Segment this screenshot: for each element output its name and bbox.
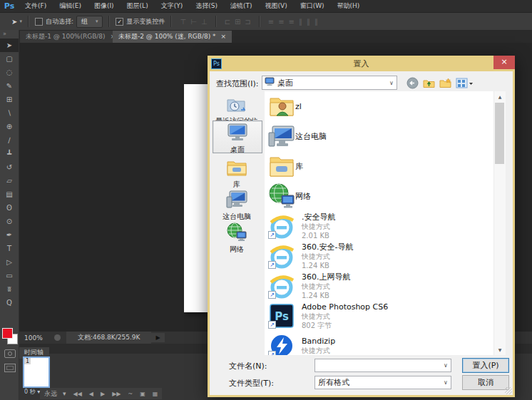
file-item-safe-nav[interactable]: ↗ .安全导航 快捷方式 2.01 KB	[265, 211, 493, 241]
options-bar: ➤ ▾ 自动选择: 组 ▾ ✓ 显示变换控件 ⊤ ⊢ ⊥ ⊏ ⊞ ⊐ ≡ ≡ ≡…	[0, 12, 532, 31]
menu-select[interactable]: 选择(S)	[189, 0, 224, 12]
path-selection-tool[interactable]: ▷	[0, 255, 19, 269]
play-icon[interactable]: ▶	[101, 391, 105, 397]
file-item-360-web-nav[interactable]: ↗ 360.上网导航 快捷方式 1.24 KB	[265, 271, 493, 301]
scrollbar-thumb[interactable]	[495, 103, 504, 164]
close-icon[interactable]: ×	[221, 33, 227, 40]
resize-grip[interactable]	[505, 387, 512, 394]
file-item-photoshop[interactable]: Ps ↗ Adobe Photoshop CS6 快捷方式 802 字节	[265, 301, 493, 331]
sidebar-item-libraries[interactable]: 库	[213, 158, 261, 190]
rectangle-tool[interactable]: ▭	[0, 269, 19, 282]
scroll-down-icon[interactable]: ▼	[494, 344, 506, 355]
menu-edit[interactable]: 编辑(E)	[53, 0, 88, 12]
first-frame-icon[interactable]: ◀◀	[73, 391, 82, 397]
align-horizontal-centers-icon[interactable]: ⊞	[235, 18, 240, 26]
show-transform-checkbox[interactable]: ✓	[116, 18, 123, 26]
cancel-button[interactable]: 取消	[462, 375, 509, 390]
gradient-tool[interactable]: ▤	[0, 188, 19, 201]
file-item-network[interactable]: 网络	[265, 181, 493, 211]
menu-file[interactable]: 文件(F)	[19, 0, 53, 12]
distribute-right-edges-icon[interactable]: ∥	[314, 18, 318, 26]
type-tool[interactable]: T	[0, 242, 19, 255]
brush-tool[interactable]: ∕	[0, 133, 19, 147]
file-name-combobox[interactable]: ∨	[314, 359, 451, 372]
quick-selection-tool[interactable]: ✎	[0, 79, 19, 93]
frame-delay-dropdown[interactable]: 0 秒 ▾	[24, 388, 40, 396]
file-item-bandizip[interactable]: ↗ Bandizip 快捷方式	[265, 331, 493, 355]
up-one-level-icon[interactable]	[423, 77, 435, 89]
next-frame-icon[interactable]: ▶▶	[112, 391, 121, 397]
hand-tool[interactable]: ʬ	[0, 282, 19, 296]
blur-tool[interactable]: ʘ	[0, 201, 19, 215]
close-button[interactable]: ×	[493, 56, 515, 69]
this-pc-icon	[213, 190, 261, 211]
tween-icon[interactable]: ~	[128, 391, 133, 397]
menu-type[interactable]: 文字(Y)	[155, 0, 190, 12]
align-bottom-edges-icon[interactable]: ⊥	[201, 18, 208, 26]
align-left-edges-icon[interactable]: ⊏	[225, 18, 230, 26]
align-vertical-centers-icon[interactable]: ⊢	[190, 18, 197, 26]
auto-select-dropdown[interactable]: 组 ▾	[76, 16, 103, 28]
rectangular-marquee-tool[interactable]: ▢	[0, 52, 19, 66]
back-button-icon[interactable]	[406, 77, 419, 89]
look-in-dropdown[interactable]: 桌面 ∨	[262, 76, 397, 90]
animation-frame-1[interactable]: 1	[23, 357, 50, 388]
foreground-color-swatch[interactable]	[2, 328, 13, 339]
menu-layer[interactable]: 图层(L)	[121, 0, 155, 12]
menu-image[interactable]: 图像(I)	[88, 0, 121, 12]
ie-shortcut-icon: ↗	[268, 272, 295, 299]
delete-frame-icon[interactable]: ▦	[153, 391, 158, 397]
distribute-bottom-edges-icon[interactable]: ≡	[289, 18, 295, 26]
quick-mask-icon[interactable]	[4, 349, 16, 358]
align-top-edges-icon[interactable]: ⊤	[180, 18, 186, 26]
dodge-tool[interactable]: ⊙	[0, 215, 19, 228]
menu-view[interactable]: 视图(V)	[258, 0, 293, 12]
status-popup-arrow-icon[interactable]: ▶	[151, 333, 164, 342]
crop-tool[interactable]: ⊞	[0, 93, 19, 106]
document-size-info[interactable]: 文档:468.8K/255.9K	[66, 332, 151, 344]
move-tool[interactable]: ➤	[0, 39, 19, 52]
eraser-tool[interactable]: ▱	[0, 174, 19, 188]
file-type-dropdown[interactable]: 所有格式 ∨	[314, 376, 451, 389]
file-item-this-pc[interactable]: 这台电脑	[265, 121, 493, 151]
screen-mode-icon[interactable]	[4, 364, 16, 372]
duplicate-frame-icon[interactable]: ▣	[140, 391, 145, 397]
dialog-titlebar[interactable]: Ps 置入 ×	[208, 56, 515, 71]
spot-healing-brush-tool[interactable]: ⊕	[0, 120, 19, 133]
libraries-icon	[268, 153, 295, 180]
file-item-zl[interactable]: zl	[265, 91, 493, 121]
zoom-level-field[interactable]: 100%	[24, 334, 48, 342]
scroll-up-icon[interactable]: ▲	[494, 91, 506, 102]
view-menu-icon[interactable]	[456, 77, 473, 89]
menu-window[interactable]: 窗口(W)	[294, 0, 331, 12]
clone-stamp-tool[interactable]: ┻	[0, 147, 19, 160]
sidebar-item-desktop[interactable]: 桌面	[213, 120, 262, 153]
new-folder-icon[interactable]	[439, 77, 451, 89]
menu-help[interactable]: 帮助(H)	[331, 0, 367, 12]
sidebar-item-this-pc[interactable]: 这台电脑	[213, 190, 261, 222]
align-right-edges-icon[interactable]: ⊐	[245, 18, 250, 26]
file-list-scrollbar[interactable]: ▲ ▼	[493, 91, 506, 355]
pen-tool[interactable]: ✒	[0, 228, 19, 242]
menu-filter[interactable]: 滤镜(T)	[224, 0, 259, 12]
previous-frame-icon[interactable]: ◀	[89, 391, 93, 397]
document-tab-1[interactable]: 未标题-1 @ 100%(RGB/8) ×	[20, 30, 121, 43]
file-name-input[interactable]	[315, 361, 441, 370]
file-item-360-safe-nav[interactable]: ↗ 360.安全-导航 快捷方式 1.24 KB	[265, 241, 493, 271]
history-brush-tool[interactable]: ↺	[0, 160, 19, 174]
file-item-libraries[interactable]: 库	[265, 151, 493, 181]
sidebar-item-network[interactable]: 网络	[213, 222, 261, 255]
distribute-vertical-centers-icon[interactable]: ≡	[278, 18, 284, 26]
distribute-left-edges-icon[interactable]: ∥	[299, 18, 302, 26]
lasso-tool[interactable]: ◌	[0, 66, 19, 79]
eyedropper-tool[interactable]: ∖	[0, 106, 19, 120]
loop-dropdown[interactable]: 永远 ▾	[44, 389, 66, 399]
zoom-tool[interactable]: Q	[0, 296, 19, 309]
auto-select-checkbox[interactable]	[35, 18, 43, 26]
distribute-horizontal-centers-icon[interactable]: ∥	[307, 18, 310, 26]
tools-panel-collapse-icon[interactable]: »	[0, 30, 19, 39]
place-button[interactable]: 置入(P)	[462, 358, 509, 373]
tool-preset-arrow-icon[interactable]: ▾	[19, 19, 22, 24]
document-tab-2[interactable]: 未标题-2 @ 100% (迷, RGB/8) * ×	[113, 30, 232, 43]
distribute-top-edges-icon[interactable]: ≡	[268, 18, 274, 26]
